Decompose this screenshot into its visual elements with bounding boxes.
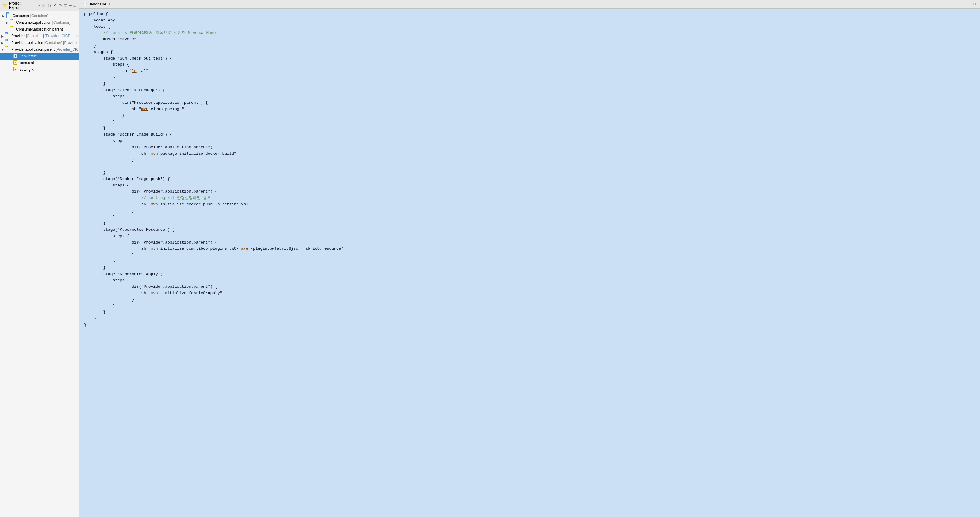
minimize-icon[interactable]: ─ bbox=[68, 3, 72, 8]
editor-tab[interactable]: 📄 Jenkinsfile ✕ bbox=[83, 2, 111, 6]
tree-item-provider[interactable]: ▶ Provider [Container] [Provider_CICD ma… bbox=[0, 33, 79, 39]
icon-consumer-application bbox=[10, 20, 15, 25]
icon-provider-application-parent bbox=[5, 47, 10, 52]
tree-item-consumer-application-parent[interactable]: ▶ Consumer.application.parent bbox=[0, 26, 79, 33]
forward-icon[interactable]: ↷ bbox=[58, 3, 62, 8]
icon-setting-xml: X bbox=[13, 67, 19, 72]
code-content: pipeline { agent any tools { // Jenkins … bbox=[84, 11, 975, 329]
icon-jenkinsfile: J bbox=[13, 54, 19, 59]
main-container: 📁 Project Explorer ✕ ⚡ ⛓ ↶ ↷ ▽ ─ □ ▶ bbox=[0, 0, 980, 517]
arrow-consumer: ▶ bbox=[2, 14, 6, 18]
panel-close-icon[interactable]: ✕ bbox=[38, 4, 41, 8]
arrow-provider-app: ▶ bbox=[1, 41, 5, 45]
editor-tab-icons: ─ □ bbox=[969, 2, 976, 7]
code-area: pipeline { agent any tools { // Jenkins … bbox=[79, 8, 980, 517]
project-explorer-icon: 📁 bbox=[2, 3, 7, 8]
arrow-provider-app-parent: ▼ bbox=[1, 48, 5, 51]
icon-consumer-application-parent bbox=[10, 27, 15, 32]
editor-minimize-icon[interactable]: ─ bbox=[969, 2, 972, 7]
label-consumer-application-parent: Consumer.application.parent bbox=[16, 27, 63, 32]
collapse-all-icon[interactable]: ⚡ bbox=[41, 3, 46, 8]
editor-panel: 📄 Jenkinsfile ✕ ─ □ pipeline { agent any… bbox=[79, 0, 980, 517]
editor-header: 📄 Jenkinsfile ✕ ─ □ bbox=[79, 0, 980, 8]
back-icon[interactable]: ↶ bbox=[53, 3, 57, 8]
arrow-provider: ▶ bbox=[1, 35, 5, 38]
tree-item-jenkinsfile[interactable]: ▶ J Jenkinsfile bbox=[0, 53, 79, 59]
label-provider-application: Provider.application [Container] [Provid… bbox=[11, 41, 79, 45]
project-tree: ▶ Consumer [Container] ▶ Consumer.applic… bbox=[0, 11, 79, 517]
icon-pom-xml: X bbox=[13, 61, 19, 65]
file-icon-tab: 📄 bbox=[83, 2, 87, 6]
link-icon[interactable]: ⛓ bbox=[47, 3, 52, 8]
project-explorer-panel: 📁 Project Explorer ✕ ⚡ ⛓ ↶ ↷ ▽ ─ □ ▶ bbox=[0, 0, 79, 517]
label-pom-xml: pom.xml bbox=[20, 61, 33, 65]
icon-provider bbox=[5, 34, 10, 38]
tree-item-provider-application[interactable]: ▶ Provider.application [Container] [Prov… bbox=[0, 39, 79, 46]
label-consumer-application: Consumer.application [Container] bbox=[16, 21, 70, 25]
tree-item-consumer[interactable]: ▶ Consumer [Container] bbox=[0, 13, 79, 19]
tab-label: Jenkinsfile bbox=[89, 2, 106, 6]
tree-item-consumer-application[interactable]: ▶ Consumer.application [Container] bbox=[0, 19, 79, 26]
label-setting-xml: setting.xml bbox=[20, 67, 37, 72]
tab-close-icon[interactable]: ✕ bbox=[108, 2, 111, 6]
panel-header-icons: ⚡ ⛓ ↶ ↷ ▽ ─ □ bbox=[41, 3, 76, 8]
tree-item-pom-xml[interactable]: ▶ X pom.xml bbox=[0, 59, 79, 66]
header-left: 📁 Project Explorer ✕ bbox=[2, 1, 41, 10]
editor-maximize-icon[interactable]: □ bbox=[973, 2, 976, 7]
label-jenkinsfile: Jenkinsfile bbox=[20, 54, 37, 58]
project-explorer-header: 📁 Project Explorer ✕ ⚡ ⛓ ↶ ↷ ▽ ─ □ bbox=[0, 0, 79, 11]
tree-item-setting-xml[interactable]: ▶ X setting.xml bbox=[0, 66, 79, 73]
view-menu-icon[interactable]: ▽ bbox=[64, 3, 67, 8]
project-explorer-title: Project Explorer bbox=[9, 1, 35, 10]
icon-provider-application bbox=[5, 40, 10, 45]
label-consumer: Consumer [Container] bbox=[13, 14, 48, 18]
maximize-icon[interactable]: □ bbox=[73, 3, 76, 8]
arrow-consumer-app: ▶ bbox=[6, 21, 10, 24]
label-provider-application-parent: Provider.application.parent [Provider_CI… bbox=[11, 47, 79, 51]
line-1: pipeline { agent any tools { // Jenkins … bbox=[84, 11, 343, 327]
tree-item-provider-application-parent[interactable]: ▼ Provider.application.parent [Provider_… bbox=[0, 46, 79, 53]
icon-consumer bbox=[6, 13, 11, 18]
label-provider: Provider [Container] [Provider_CICD mast… bbox=[11, 34, 79, 38]
